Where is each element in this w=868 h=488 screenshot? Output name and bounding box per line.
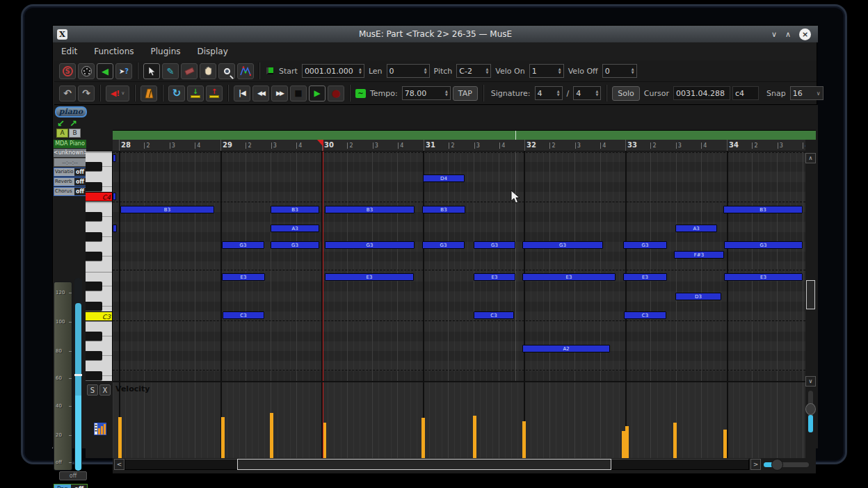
controller-knob-row[interactable]: Reverboff [54, 177, 86, 186]
midi-note[interactable]: E3 [474, 273, 515, 281]
pointer-tool-button[interactable] [143, 63, 160, 79]
black-key[interactable] [86, 212, 102, 221]
pianoroll-grid[interactable]: D4B3B3B3B3B3A3A3G3G3G3G3G3G3G3G3F#3E3E3E… [113, 152, 805, 381]
velocity-bar[interactable] [723, 430, 727, 458]
spinner-icon[interactable]: ▲▼ [555, 90, 560, 97]
menu-edit[interactable]: Edit [61, 47, 77, 56]
midi-note[interactable]: G3 [422, 241, 465, 249]
length-field[interactable]: 0▲▼ [387, 64, 430, 78]
eraser-tool-button[interactable] [181, 63, 198, 79]
midi-note[interactable]: G3 [623, 241, 667, 249]
midi-note[interactable]: C3 [223, 311, 264, 319]
spinner-icon[interactable]: ▲▼ [593, 90, 598, 97]
velocity-bar[interactable] [522, 421, 526, 458]
titlebar[interactable]: X MusE: Part <Track 2> 26-35 — MusE ∨ ∧ … [53, 26, 818, 42]
midi-note[interactable]: B3 [271, 206, 319, 213]
scroll-up-button[interactable]: ∧ [805, 153, 816, 163]
draw-tool-button[interactable] [237, 63, 254, 79]
velocity-bar[interactable] [421, 418, 425, 458]
velocity-close-button[interactable]: X [99, 384, 111, 396]
highlighted-key-c3[interactable]: C3 [86, 311, 113, 321]
stop-button[interactable]: ■ [290, 86, 307, 101]
punch-out-button[interactable]: ↑ [206, 86, 223, 101]
pencil-tool-button[interactable]: ✎ [162, 63, 179, 79]
midi-note[interactable] [113, 154, 116, 162]
zoom-tool-button[interactable] [218, 63, 235, 79]
panic-button[interactable]: ◀!∨ [106, 86, 129, 101]
midi-note[interactable]: D3 [675, 293, 721, 300]
midi-note[interactable]: C3 [624, 311, 666, 319]
tap-button[interactable]: TAP [453, 86, 478, 101]
black-key[interactable] [86, 332, 102, 341]
bank-name-label[interactable]: <unknown> [54, 149, 86, 157]
velocity-bar[interactable] [625, 426, 629, 458]
whats-this-button[interactable]: ➤? [115, 63, 132, 79]
metronome-button[interactable] [140, 86, 157, 101]
midi-note[interactable] [113, 225, 117, 232]
hzoom-slider-knob[interactable] [771, 459, 783, 471]
midi-note[interactable]: B3 [422, 206, 465, 213]
midi-note[interactable]: D4 [423, 174, 465, 182]
vscroll-thumb[interactable] [806, 280, 815, 309]
midi-note[interactable]: G3 [271, 241, 319, 249]
play-button[interactable]: ▶ [309, 86, 326, 101]
start-position-field[interactable]: 0001.01.000▲▼ [302, 64, 364, 78]
spinner-icon[interactable]: ▲▼ [556, 67, 561, 74]
midi-note[interactable]: F#3 [674, 251, 724, 259]
midi-note[interactable]: C3 [474, 311, 514, 319]
menu-plugins[interactable]: Plugins [151, 47, 181, 56]
midi-note[interactable]: G3 [474, 241, 515, 249]
volume-slider-handle[interactable] [74, 374, 82, 376]
minimize-button[interactable]: ∨ [771, 31, 777, 38]
menu-functions[interactable]: Functions [94, 47, 134, 56]
midi-note[interactable]: B3 [723, 206, 803, 213]
maximize-button[interactable]: ∧ [785, 31, 791, 38]
rewind-start-button[interactable]: |◀ [234, 86, 250, 101]
velo-off-field[interactable]: 0▲▼ [602, 64, 637, 78]
black-key[interactable] [86, 302, 102, 311]
snap-combobox[interactable]: 16∨ [790, 86, 823, 100]
black-key[interactable] [86, 282, 102, 291]
controller-knob-row[interactable]: Chorusoff [54, 187, 86, 196]
highlighted-key-c4[interactable]: C4 [86, 192, 113, 202]
close-button[interactable]: × [799, 29, 811, 40]
black-key[interactable] [86, 371, 102, 380]
midi-note[interactable] [113, 193, 116, 200]
step-record-button[interactable]: S [59, 63, 76, 79]
punch-in-button[interactable]: ↓ [187, 86, 204, 101]
controller-select-icon[interactable] [94, 423, 106, 435]
velocity-bar[interactable] [270, 413, 273, 458]
horizontal-scrollbar[interactable]: <> [113, 458, 816, 473]
route-input-icon[interactable]: ↙ [57, 118, 65, 129]
pan-tool-button[interactable] [200, 63, 216, 79]
aux-send-box[interactable]: off [59, 471, 87, 480]
menu-display[interactable]: Display [198, 47, 228, 56]
velocity-bar[interactable] [673, 423, 677, 458]
track-name-tab[interactable]: piano [55, 106, 87, 117]
scroll-left-button[interactable]: < [114, 459, 124, 470]
midi-note[interactable]: E3 [724, 273, 803, 281]
loop-button[interactable]: ↻ [168, 86, 185, 101]
midi-note[interactable]: A3 [271, 225, 319, 232]
signature-numerator-field[interactable]: 4▲▼ [535, 86, 563, 100]
spinner-icon[interactable]: ▲▼ [422, 67, 427, 74]
midi-note[interactable]: E3 [222, 273, 265, 281]
midi-note[interactable]: A3 [675, 225, 717, 232]
redo-button[interactable]: ↷ [78, 86, 95, 101]
timeline-ruler[interactable]: 28234292343023431234322343323434234 [113, 140, 805, 152]
patch-name-label[interactable]: MDA Piano [54, 140, 86, 148]
volume-slider[interactable] [74, 278, 82, 471]
midi-note[interactable]: E3 [522, 273, 616, 281]
velocity-lane[interactable]: Velocity [113, 381, 805, 458]
scroll-right-button[interactable]: > [750, 459, 761, 470]
vertical-scrollbar[interactable]: ∧∨ [805, 152, 816, 458]
spinner-icon[interactable]: ▲▼ [629, 67, 634, 74]
black-key[interactable] [86, 232, 102, 241]
velocity-bar[interactable] [221, 417, 225, 458]
tempo-field[interactable]: 78.00▲▼ [402, 86, 451, 100]
velocity-bar[interactable] [118, 417, 122, 458]
velocity-bar[interactable] [473, 416, 476, 458]
solo-button[interactable]: Solo [612, 86, 640, 101]
vzoom-slider-knob[interactable] [805, 403, 816, 415]
black-key[interactable] [86, 162, 102, 171]
